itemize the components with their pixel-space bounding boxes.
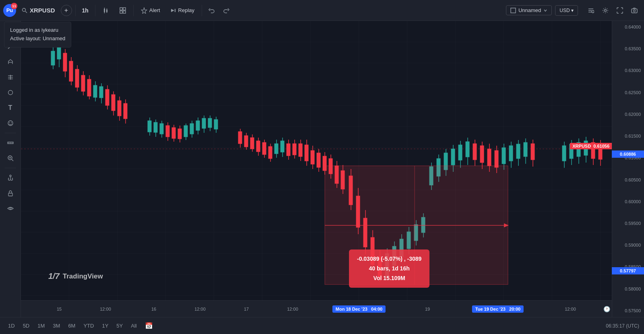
eye-tool[interactable]: [3, 201, 18, 216]
screenshot-button[interactable]: [628, 4, 641, 17]
add-symbol-button[interactable]: +: [61, 5, 72, 16]
chart-type-button[interactable]: [99, 5, 114, 16]
redo-button[interactable]: [220, 4, 233, 17]
svg-rect-179: [509, 146, 513, 161]
svg-rect-187: [562, 146, 566, 161]
layout-selector-button[interactable]: Unnamed: [506, 5, 552, 15]
tab-1y[interactable]: 1Y: [99, 321, 111, 330]
svg-rect-69: [111, 95, 115, 111]
svg-rect-87: [184, 126, 188, 137]
bottom-time: 06:35:17 (UTC): [606, 323, 639, 329]
fullscreen-button[interactable]: [613, 4, 626, 17]
anchor-tool[interactable]: [3, 171, 18, 185]
svg-rect-46: [21, 21, 612, 317]
bottom-bar: 1D 5D 1M 3M 6M YTD 1Y 5Y All 📅 06:35:17 …: [0, 317, 644, 334]
svg-point-16: [605, 9, 607, 11]
price-level: 0.59500: [612, 221, 644, 226]
anchor-icon: [7, 174, 14, 181]
time-label: 16: [151, 307, 156, 311]
lock-tool[interactable]: [3, 186, 18, 200]
user-avatar[interactable]: Pu 11: [3, 4, 16, 17]
shapes-tool[interactable]: [3, 85, 18, 100]
logo-icon: 1/7: [48, 272, 60, 281]
svg-rect-79: [160, 124, 163, 134]
user-tooltip: Logged in as iykearu Active layout: Unna…: [4, 22, 71, 47]
svg-rect-101: [244, 136, 248, 147]
currency-button[interactable]: USD ▾: [555, 5, 578, 16]
time-label: 15: [57, 307, 62, 311]
text-tool[interactable]: T: [3, 101, 18, 115]
svg-rect-59: [81, 75, 85, 91]
svg-rect-177: [502, 148, 506, 164]
svg-rect-119: [299, 144, 302, 157]
logo-text: TradingView: [63, 272, 103, 280]
svg-rect-61: [87, 79, 91, 96]
drawing-tools[interactable]: [3, 55, 18, 69]
svg-rect-115: [287, 144, 290, 156]
tab-1m[interactable]: 1M: [34, 321, 48, 330]
alert-button[interactable]: Alert: [137, 5, 164, 16]
svg-rect-41: [8, 193, 12, 196]
svg-rect-75: [148, 121, 151, 132]
price-level: 0.64000: [612, 25, 644, 29]
tab-6m[interactable]: 6M: [65, 321, 78, 330]
calendar-button[interactable]: 📅: [142, 320, 156, 331]
left-divider-2: [5, 168, 16, 168]
price-level: 0.62000: [612, 112, 644, 117]
redo-icon: [223, 7, 229, 14]
svg-rect-53: [63, 53, 67, 71]
zoom-in-icon: [7, 155, 14, 162]
tab-ytd[interactable]: YTD: [80, 321, 97, 330]
price-level: 0.59000: [612, 243, 644, 247]
svg-rect-5: [106, 10, 107, 12]
watchlist-icon: [588, 7, 594, 14]
search-icon: [22, 8, 27, 13]
replay-button[interactable]: Replay: [166, 5, 198, 16]
symbol-search-button[interactable]: XRPUSD: [18, 5, 59, 15]
svg-rect-121: [305, 145, 308, 161]
settings-button[interactable]: [599, 4, 612, 17]
watchlist-button[interactable]: [584, 4, 597, 17]
svg-rect-71: [118, 101, 121, 116]
chart-area[interactable]: -0.03089 (-5.07%) , -3089 40 bars, 1d 16…: [21, 21, 644, 317]
tab-all[interactable]: All: [128, 321, 140, 330]
layout-grid-button[interactable]: [116, 5, 130, 16]
gear-icon: [602, 7, 609, 14]
tab-1d[interactable]: 1D: [5, 321, 18, 330]
time-axis: 15 12:00 16 12:00 17 12:00 Mon 18 Dec '2…: [21, 300, 612, 317]
svg-point-18: [634, 10, 636, 12]
drawing-icon: [7, 58, 14, 66]
tab-5y[interactable]: 5Y: [113, 321, 126, 330]
svg-rect-77: [154, 122, 157, 132]
ruler-tool[interactable]: [3, 136, 18, 150]
svg-rect-185: [531, 144, 535, 160]
svg-rect-105: [256, 141, 260, 152]
notification-badge: 11: [11, 3, 17, 9]
svg-rect-51: [57, 47, 61, 59]
svg-rect-125: [317, 153, 320, 167]
timeframe-button[interactable]: 1h: [79, 6, 92, 15]
undo-button[interactable]: [205, 4, 218, 17]
current-price-tag: 0.60886: [612, 151, 644, 158]
svg-rect-167: [466, 142, 469, 157]
candlestick-icon: [103, 7, 110, 14]
svg-rect-57: [75, 69, 79, 87]
tab-3m[interactable]: 3M: [50, 321, 63, 330]
fib-icon: [7, 74, 14, 81]
svg-rect-17: [632, 9, 637, 13]
emoji-tool[interactable]: [3, 116, 18, 130]
svg-rect-103: [250, 138, 254, 149]
price-level: 0.63000: [612, 68, 644, 73]
tab-5d[interactable]: 5D: [20, 321, 33, 330]
svg-rect-89: [190, 124, 194, 134]
layout-square-icon: [510, 8, 516, 13]
candlestick-chart[interactable]: [21, 21, 612, 317]
time-highlight-start: Mon 18 Dec '23 04:00: [332, 305, 386, 313]
toolbar-right-icons: [584, 4, 641, 17]
eye-icon: [7, 205, 14, 212]
fib-tool[interactable]: [3, 70, 18, 85]
svg-point-0: [23, 8, 26, 11]
zoom-tool[interactable]: [3, 151, 18, 165]
divider-3: [133, 5, 134, 16]
price-level: 0.62500: [612, 91, 644, 95]
